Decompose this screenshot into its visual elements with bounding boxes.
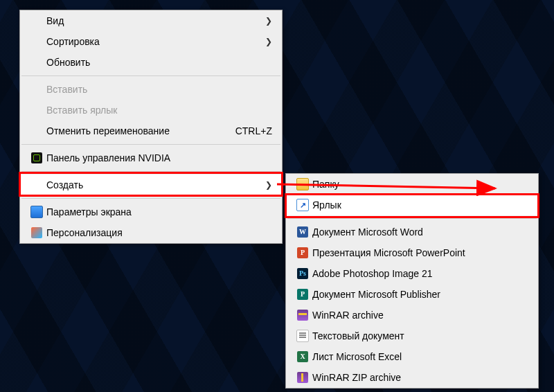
text-file-icon — [293, 330, 312, 342]
menu-separator — [21, 144, 280, 145]
menu-label: Текстовый документ — [312, 330, 528, 341]
zip-icon — [293, 372, 312, 383]
excel-icon: X — [293, 351, 312, 362]
menu-label: Параметры экрана — [46, 206, 272, 217]
menu-label: Презентация Microsoft PowerPoint — [312, 247, 528, 258]
menu-item-display-settings[interactable]: Параметры экрана — [20, 202, 282, 222]
menu-item-view[interactable]: Вид ❯ — [20, 10, 282, 31]
personalize-icon — [27, 227, 46, 238]
menu-separator — [21, 198, 280, 199]
menu-label: Adobe Photoshop Image 21 — [312, 268, 528, 279]
submenu-item-word[interactable]: W Документ Microsoft Word — [286, 222, 538, 242]
menu-label: Отменить переименование — [46, 125, 235, 136]
submenu-item-text[interactable]: Текстовый документ — [286, 326, 538, 346]
menu-label: Панель управления NVIDIA — [46, 152, 272, 163]
menu-item-personalize[interactable]: Персонализация — [20, 222, 282, 243]
chevron-right-icon: ❯ — [265, 37, 272, 46]
display-icon — [27, 206, 46, 218]
create-submenu: Папку Ярлык W Документ Microsoft Word P … — [285, 173, 539, 389]
submenu-item-folder[interactable]: Папку — [286, 174, 538, 195]
menu-item-nvidia[interactable]: Панель управления NVIDIA — [20, 148, 282, 168]
menu-label: Вставить — [46, 84, 272, 95]
submenu-item-shortcut[interactable]: Ярлык — [286, 195, 538, 215]
menu-label: WinRAR ZIP archive — [312, 372, 528, 383]
menu-item-refresh[interactable]: Обновить — [20, 52, 282, 73]
submenu-item-winrar[interactable]: WinRAR archive — [286, 305, 538, 326]
submenu-item-excel[interactable]: X Лист Microsoft Excel — [286, 346, 538, 367]
menu-item-paste: Вставить — [20, 79, 282, 100]
menu-label: Вставить ярлык — [46, 105, 272, 116]
submenu-item-powerpoint[interactable]: P Презентация Microsoft PowerPoint — [286, 242, 538, 263]
menu-label: Документ Microsoft Word — [312, 226, 528, 238]
chevron-right-icon: ❯ — [265, 16, 272, 26]
word-icon: W — [293, 226, 312, 238]
nvidia-icon — [27, 152, 46, 163]
photoshop-icon: Ps — [293, 268, 312, 279]
menu-label: Документ Microsoft Publisher — [312, 289, 528, 300]
submenu-item-photoshop[interactable]: Ps Adobe Photoshop Image 21 — [286, 263, 538, 284]
submenu-item-zip[interactable]: WinRAR ZIP archive — [286, 367, 538, 388]
chevron-right-icon: ❯ — [265, 180, 272, 190]
menu-label: Папку — [312, 179, 528, 190]
folder-icon — [293, 178, 312, 190]
menu-item-sort[interactable]: Сортировка ❯ — [20, 31, 282, 52]
menu-label: WinRAR archive — [312, 310, 528, 321]
menu-item-paste-shortcut: Вставить ярлык — [20, 100, 282, 121]
shortcut-icon — [293, 199, 312, 211]
submenu-item-publisher[interactable]: P Документ Microsoft Publisher — [286, 284, 538, 305]
menu-shortcut: CTRL+Z — [235, 125, 272, 136]
menu-label: Персонализация — [46, 227, 272, 238]
winrar-icon — [293, 310, 312, 321]
menu-label: Создать — [46, 179, 265, 190]
menu-separator — [287, 218, 537, 219]
menu-label: Вид — [46, 15, 265, 26]
menu-label: Лист Microsoft Excel — [312, 351, 528, 362]
menu-item-undo-rename[interactable]: Отменить переименование CTRL+Z — [20, 121, 282, 141]
menu-label: Обновить — [46, 57, 272, 68]
powerpoint-icon: P — [293, 247, 312, 258]
desktop-context-menu: Вид ❯ Сортировка ❯ Обновить Вставить Вст… — [19, 10, 283, 244]
menu-separator — [21, 75, 280, 76]
menu-label: Ярлык — [312, 199, 528, 211]
menu-separator — [21, 171, 280, 172]
publisher-icon: P — [293, 289, 312, 300]
menu-item-create[interactable]: Создать ❯ — [20, 175, 282, 195]
menu-label: Сортировка — [46, 36, 265, 47]
